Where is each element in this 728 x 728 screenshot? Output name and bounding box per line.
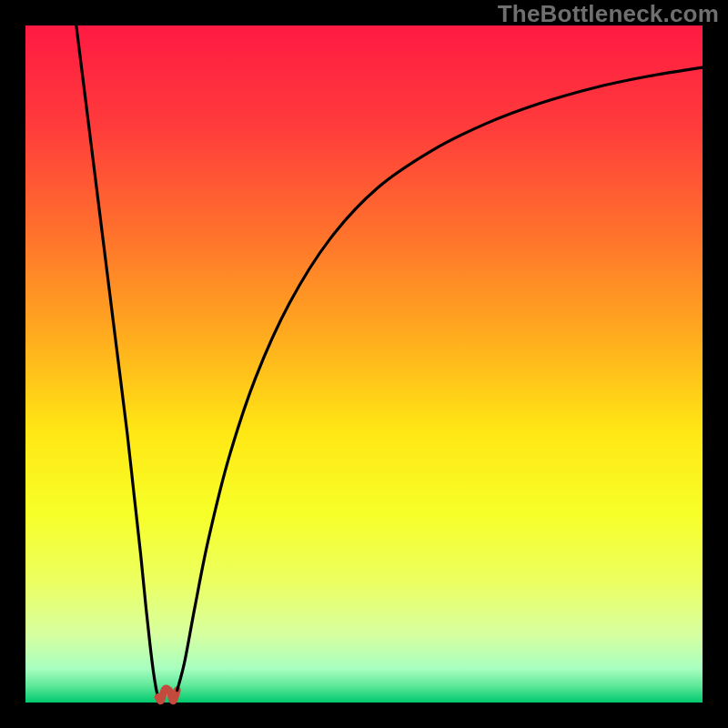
bottleneck-chart: TheBottleneck.com — [0, 0, 728, 728]
chart-canvas — [0, 0, 728, 728]
plot-background — [25, 25, 703, 703]
watermark-text: TheBottleneck.com — [498, 0, 719, 28]
